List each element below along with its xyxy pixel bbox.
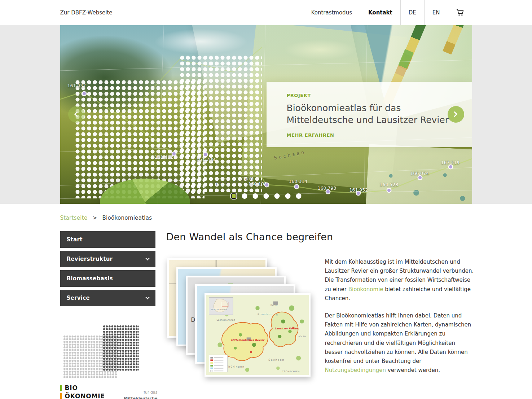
data-point-label: 160.314 bbox=[289, 179, 308, 184]
intro-text: Mit dem Kohleausstieg ist im Mitteldeuts… bbox=[325, 258, 474, 383]
sidebar-item-label: Service bbox=[67, 295, 90, 301]
logo-bar-green bbox=[60, 385, 62, 391]
svg-text:Sachsen: Sachsen bbox=[268, 358, 285, 361]
carousel-dot[interactable] bbox=[263, 193, 269, 199]
paragraph-2: Der Bioökonomieatlas hilft Ihnen dabei, … bbox=[325, 311, 474, 375]
data-point-label: 164.528 bbox=[380, 182, 399, 187]
hero-slide-card: PROJEKT Bioökonomieatlas für das Mitteld… bbox=[267, 82, 472, 147]
data-point-label: 160.108 bbox=[249, 181, 267, 187]
top-header: Zur DBFZ-Webseite Kontrastmodus Kontakt … bbox=[0, 0, 532, 25]
svg-text:POLEN: POLEN bbox=[298, 335, 305, 338]
logo-dot-region-right bbox=[103, 325, 139, 371]
data-point-label: 161.937 bbox=[67, 83, 86, 88]
data-point-label: 167.319 bbox=[441, 160, 460, 165]
data-point-dot bbox=[172, 152, 176, 155]
biooekonomie-link[interactable]: Bioökonomie bbox=[348, 286, 383, 293]
language-en-link[interactable]: EN bbox=[424, 0, 448, 25]
sidebar-item-service[interactable]: Service bbox=[60, 290, 155, 306]
sidebar-item-biomassebasis[interactable]: Biomassebasis bbox=[60, 270, 155, 287]
carousel-dot[interactable] bbox=[274, 193, 280, 199]
svg-text:DEUTSCHLAND: DEUTSCHLAND bbox=[211, 308, 227, 311]
sidebar-item-label: Biomassebasis bbox=[67, 275, 113, 282]
map-card-front: DEUTSCHLAND Berlin Brandenburg Sachsen-A… bbox=[205, 293, 311, 377]
svg-text:Berlin: Berlin bbox=[270, 304, 277, 307]
carousel-dots bbox=[231, 193, 301, 199]
hero-band: Sachsen Thüringen 161.937 161.482 161.70… bbox=[0, 25, 532, 204]
breadcrumb-separator: > bbox=[93, 215, 97, 221]
nutzungsbedingungen-link[interactable]: Nutzungsbedingungen bbox=[325, 367, 386, 373]
chevron-left-icon bbox=[74, 111, 80, 117]
cart-button[interactable] bbox=[448, 0, 472, 25]
data-point-label: 161.482 bbox=[155, 154, 173, 160]
data-point-dot bbox=[387, 189, 391, 192]
logo-wordmark: BIO ÖKONOMIE ATLAS für das Mitteldeutsch… bbox=[60, 384, 150, 399]
sidebar-item-label: Revierstruktur bbox=[67, 256, 113, 262]
svg-text:Mitteldeutsches Revier: Mitteldeutsches Revier bbox=[231, 338, 265, 342]
data-point-dot bbox=[83, 92, 86, 95]
data-point-label: 166.074 bbox=[410, 171, 429, 176]
breadcrumb-current-page: Bioökonomieatlas bbox=[102, 215, 152, 221]
breadcrumb-home-link[interactable]: Startseite bbox=[60, 215, 88, 221]
svg-text:Thüringen: Thüringen bbox=[225, 365, 244, 368]
svg-text:Sachsen-Anhalt: Sachsen-Anhalt bbox=[216, 319, 235, 321]
breadcrumb: Startseite > Bioökonomieatlas bbox=[60, 204, 472, 221]
map-legend bbox=[209, 355, 227, 372]
header-nav: Kontrastmodus Kontakt DE EN bbox=[303, 0, 472, 25]
hero-carousel: Sachsen Thüringen 161.937 161.482 161.70… bbox=[60, 25, 472, 204]
chevron-down-icon bbox=[145, 256, 149, 260]
data-point-dot bbox=[449, 165, 452, 168]
dbfz-website-link[interactable]: Zur DBFZ-Webseite bbox=[60, 9, 113, 16]
logo-word-oekonomie: ÖKONOMIE bbox=[65, 393, 105, 399]
paragraph-1: Mit dem Kohleausstieg ist im Mitteldeuts… bbox=[325, 258, 474, 303]
sidebar-item-label: Start bbox=[67, 236, 83, 243]
data-point-dot bbox=[295, 185, 298, 188]
landuse-map-graphic: DEUTSCHLAND Berlin Brandenburg Sachsen-A… bbox=[206, 295, 309, 375]
data-point-dot bbox=[265, 183, 268, 187]
carousel-dot-active[interactable] bbox=[231, 193, 236, 199]
data-point-label: 161.708 bbox=[197, 157, 215, 162]
carousel-prev-button[interactable] bbox=[68, 106, 85, 123]
chevron-down-icon bbox=[145, 295, 149, 299]
svg-text:Brandenburg: Brandenburg bbox=[258, 313, 278, 316]
carousel-dot[interactable] bbox=[252, 193, 258, 199]
data-point-dot bbox=[418, 176, 422, 179]
carousel-dot[interactable] bbox=[285, 193, 290, 199]
language-de-link[interactable]: DE bbox=[400, 0, 424, 25]
svg-text:Lausitzer Revier: Lausitzer Revier bbox=[274, 327, 298, 330]
data-point-dot bbox=[204, 153, 207, 156]
data-point-dot bbox=[326, 190, 330, 193]
bioatlas-logo: BIO ÖKONOMIE ATLAS für das Mitteldeutsch… bbox=[60, 325, 150, 399]
slide-category-label: PROJEKT bbox=[287, 93, 458, 98]
contrast-mode-link[interactable]: Kontrastmodus bbox=[303, 0, 360, 25]
carousel-dot[interactable] bbox=[296, 193, 301, 199]
logo-bar-orange bbox=[60, 393, 62, 399]
carousel-dot[interactable] bbox=[242, 193, 247, 199]
logo-dot-map bbox=[60, 325, 150, 379]
carousel-next-button[interactable] bbox=[448, 106, 464, 123]
sidebar-item-start[interactable]: Start bbox=[60, 231, 155, 248]
logo-word-bio: BIO bbox=[65, 384, 78, 391]
dot-matrix-region-right bbox=[179, 55, 262, 192]
svg-text:TSCHECHIEN: TSCHECHIEN bbox=[282, 370, 300, 373]
contact-link[interactable]: Kontakt bbox=[360, 0, 400, 25]
chevron-right-icon bbox=[452, 111, 457, 117]
sidebar-nav: Start Revierstruktur Biomassebasis Servi… bbox=[60, 231, 155, 399]
data-point-dot bbox=[357, 192, 360, 195]
sidebar-item-revierstruktur[interactable]: Revierstruktur bbox=[60, 251, 155, 267]
page-title: Den Wandel als Chance begreifen bbox=[166, 231, 474, 242]
logo-tagline: für das Mitteldeutsche und das Lausitzer… bbox=[104, 389, 157, 399]
mehr-erfahren-link[interactable]: MEHR ERFAHREN bbox=[287, 132, 334, 138]
slide-title: Bioökonomieatlas für das Mitteldeutsche … bbox=[287, 102, 458, 126]
shopping-cart-icon bbox=[456, 9, 464, 16]
map-stack-illustration: DE bbox=[166, 258, 311, 377]
